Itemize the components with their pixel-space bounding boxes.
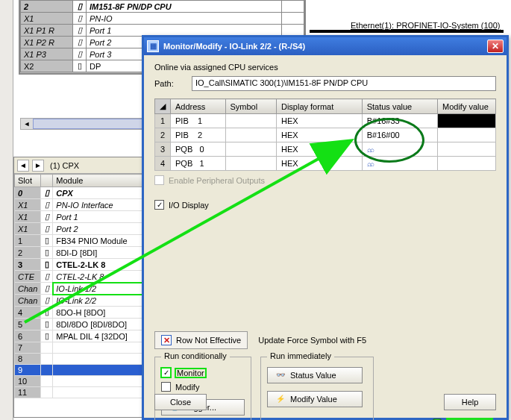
module-name: CPX [53,187,146,199]
address-cell: PIB 2 [171,128,226,142]
slot-cell: 11 [15,387,41,398]
table-row[interactable]: 4▯8DO-H [8DO] [15,307,146,319]
col-icon-hdr[interactable] [41,175,53,187]
modify-checkbox[interactable] [161,382,171,392]
module-name: 8DI/8DO [8DI/8DO] [53,319,146,330]
io-display-row[interactable]: I/O Display [154,200,272,210]
modify-cell[interactable] [438,142,496,157]
slot-cell: 1 [15,235,41,247]
modify-checkbox-row[interactable]: Modify [161,382,245,392]
table-row[interactable]: X1▯PN-IO [21,13,304,25]
slot-cell: 4 [15,307,41,319]
module-name [53,342,146,354]
table-row[interactable]: 10 [15,376,146,387]
symbol-cell [225,157,276,171]
modify-cell[interactable] [438,128,496,142]
hdr-status[interactable]: Status value [362,99,437,114]
fwd-button[interactable]: ► [32,160,44,172]
module-icon: ▯ [41,211,53,223]
table-row[interactable]: 3▯CTEL-2-LK 8 [15,259,146,271]
status-cell: ⌕⌕ [362,142,437,157]
hw-config-lower: ◄ ► (1) CPX Slot Module 0▯CPXX1▯PN-IO In… [13,157,146,418]
table-row[interactable]: 6▯MPAL DIL 4 [32DO] [15,330,146,342]
module-name: IO-Link 2/2 [53,295,146,307]
table-row[interactable]: 1▯FB34 PNIO Module [15,235,146,247]
left-splitter[interactable] [0,0,13,420]
slot-cell: X1 P1 R [21,25,73,37]
ethernet-bus-line [310,30,504,33]
module-icon: ▯ [41,235,53,247]
symbol-cell [225,142,276,157]
help-button[interactable]: Help [444,394,496,410]
module-name [53,376,146,387]
table-row[interactable]: Chan▯IO-Link 1/2 [15,283,146,295]
module-name: IO-Link 1/2 [53,283,146,295]
module-name [53,365,146,376]
status-value-button[interactable]: 👓 Status Value [267,367,363,383]
hdr-address[interactable]: Address [171,99,226,114]
module-icon: ▯ [41,307,53,319]
format-cell: HEX [276,114,362,128]
path-label: Path: [154,79,184,88]
slot-cell: CTE [15,271,41,283]
module-name: MPAL DIL 4 [32DO] [53,330,146,342]
module-name: CTEL-2-LK 8 [53,259,146,271]
hdr-format[interactable]: Display format [276,99,362,114]
scroll-left-arrow[interactable]: ◄ [21,119,33,129]
slot-cell: X1 P3 [21,48,73,60]
address-cell: PQB 1 [171,157,226,171]
close-icon[interactable]: ✕ [487,40,504,53]
table-row[interactable]: 9 [15,365,146,376]
col-slot[interactable]: Slot [15,175,41,187]
io-display-checkbox[interactable] [154,200,164,210]
module-icon: ▯ [41,247,53,259]
monitor-checkbox[interactable] [161,368,171,377]
close-button[interactable]: Close [154,394,207,410]
table-row[interactable]: CTE▯CTEL-2-LK 8 [15,271,146,283]
help-label: Help [462,398,479,407]
table-row[interactable]: 2▯IM151-8F PN/DP CPU [21,1,304,13]
modify-cell[interactable] [438,114,496,128]
dialog-titlebar[interactable]: ▦ Monitor/Modify - IO-Link 2/2 - (R-/S4)… [144,37,507,55]
module-icon: ▯ [73,37,87,48]
table-row[interactable]: 7 [15,342,146,354]
slot-cell: 8 [15,354,41,365]
table-row[interactable]: 5▯8DI/8DO [8DI/8DO] [15,319,146,330]
table-row[interactable]: X1▯Port 1 [15,211,146,223]
module-icon: ▯ [41,259,53,271]
module-name: CTEL-2-LK 8 [53,271,146,283]
back-button[interactable]: ◄ [17,160,29,172]
table-row[interactable]: X1▯PN-IO Interface [15,199,146,211]
slot-cell: 3 [15,259,41,271]
row-not-effective-button[interactable]: ✕ Row Not Effective [154,331,248,349]
path-field[interactable]: IO_Call\SIMATIC 300(1)\IM151-8F PN/DP CP… [192,76,496,91]
modify-label: Modify [175,383,199,392]
module-name: 8DO-H [8DO] [53,307,146,319]
table-row[interactable]: 8 [15,354,146,365]
table-row[interactable]: 2▯8DI-D [8DI] [15,247,146,259]
slot-cell: 2 [21,1,73,13]
ethernet-label: Ethernet(1): PROFINET-IO-System (100) [351,21,501,30]
table-row[interactable]: 3PQB 0HEX⌕⌕ [155,142,496,157]
hdr-modify[interactable]: Modify value [438,99,496,114]
table-corner[interactable]: ◢ [155,99,171,114]
table-row[interactable]: 0▯CPX [15,187,146,199]
symbol-cell [225,128,276,142]
table-row[interactable]: 4PQB 1HEX⌕⌕ [155,157,496,171]
monitor-checkbox-row[interactable]: Monitor [161,368,245,377]
format-cell: HEX [276,157,362,171]
module-icon: ▯ [41,199,53,211]
status-cell: B#16#33 [362,114,437,128]
run-immediately-group: Run immediately 👓 Status Value ⚡ Modify … [260,357,374,420]
table-row[interactable]: 2PIB 2HEXB#16#00 [155,128,496,142]
table-row[interactable]: 11 [15,387,146,398]
symbol-cell [225,114,276,128]
modify-cell[interactable] [438,157,496,171]
table-row[interactable]: 1PIB 1HEXB#16#33 [155,114,496,128]
col-module[interactable]: Module [53,175,146,187]
hdr-symbol[interactable]: Symbol [225,99,276,114]
table-row[interactable]: X1▯Port 2 [15,223,146,235]
address-cell: PIB 1 [171,114,226,128]
module-name [53,387,146,398]
table-row[interactable]: Chan▯IO-Link 2/2 [15,295,146,307]
